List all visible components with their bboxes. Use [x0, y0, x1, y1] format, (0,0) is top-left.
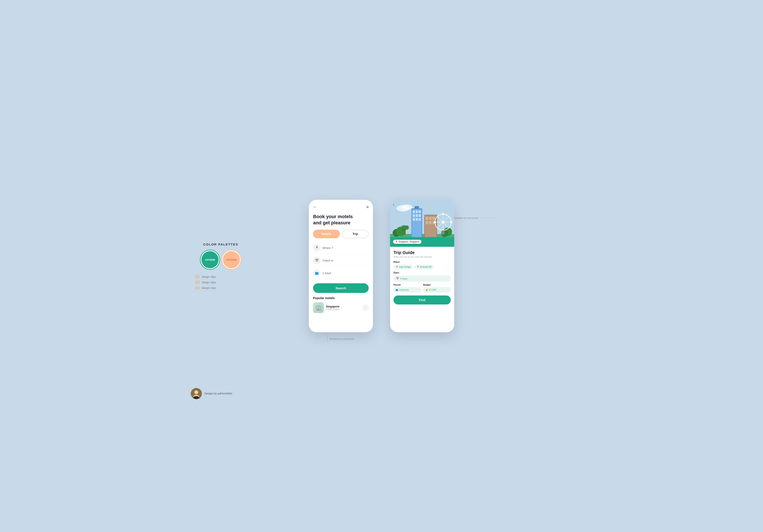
place-tags: 📍 Elgin Bridge 📍 Emerald Hill [393, 265, 451, 269]
location-pin-icon: 📍 [395, 240, 398, 243]
checkin-field[interactable]: 📅 Check in [313, 255, 369, 266]
margin-item-14: Margin 14px [195, 286, 251, 290]
svg-rect-38 [442, 230, 445, 234]
color-swatch-peach: #FFBA92 [223, 251, 240, 268]
search-button[interactable]: Search [313, 283, 369, 293]
svg-point-37 [450, 221, 452, 223]
budget-col: Budget 💰 $ 1,500 [423, 284, 451, 293]
color-palettes-section: COLOR PALETTES #1FAB89 #FFBA92 Margin 36… [191, 242, 251, 290]
popular-arrow-button[interactable]: › [362, 305, 369, 311]
trip-body: Trip Guide Make your trip as you need wi… [390, 247, 454, 332]
budget-field[interactable]: 💰 $ 1,500 [423, 287, 451, 293]
designer-name: Design by adrhmnhkm [204, 392, 232, 395]
illustration-credit-2: Illustration by macrovector [454, 217, 497, 219]
menu-button[interactable]: ≡ [366, 205, 369, 210]
back-button-2[interactable]: ‹ [393, 203, 394, 207]
svg-rect-22 [426, 217, 428, 220]
svg-rect-12 [419, 211, 421, 213]
back-button[interactable]: ← [313, 205, 317, 210]
svg-point-36 [434, 221, 436, 223]
designer-avatar [191, 388, 202, 399]
days-value: 2 days [400, 277, 407, 280]
svg-rect-23 [429, 217, 432, 220]
svg-rect-15 [419, 214, 421, 217]
svg-rect-14 [416, 214, 418, 217]
svg-rect-11 [416, 211, 418, 213]
person-field[interactable]: 👥 4 persons [393, 287, 421, 293]
svg-rect-9 [412, 209, 421, 237]
checkin-placeholder: Check in [322, 259, 333, 262]
location-text: Singapore, Singapore [398, 240, 419, 243]
trip-subtitle: Make your trip as you need with demand [393, 256, 451, 258]
illustration-credit-1: Illustration by macrovector [327, 336, 354, 342]
phone2: ‹ [390, 200, 454, 332]
canvas: COLOR PALETTES #1FAB89 #FFBA92 Margin 36… [191, 133, 572, 399]
phone1-content: ← ≡ Book your motelsand get pleasure Mot… [309, 200, 373, 332]
where-placeholder: Where ? [322, 246, 333, 249]
location-badge: 📍 Singapore, Singapore [393, 240, 421, 244]
svg-rect-24 [432, 217, 435, 220]
person-icon: 👥 [313, 269, 320, 277]
city-illustration: ‹ [390, 200, 454, 247]
place-label: Place [393, 261, 451, 263]
color-circles: #1FAB89 #FFBA92 [191, 251, 251, 268]
margin-swatch [195, 275, 200, 279]
place-pin-icon: 📍 [395, 266, 398, 268]
location-icon: 📍 [313, 244, 320, 251]
svg-rect-18 [419, 218, 421, 221]
svg-point-2 [402, 205, 412, 210]
calendar-icon: 📅 [313, 257, 320, 264]
popular-section: Popular motels 🏢 Singapore 2.500 motels … [313, 296, 369, 327]
margin-swatch [195, 286, 200, 290]
where-field[interactable]: 📍 Where ? [313, 242, 369, 254]
margin-item-36: Margin 36px [195, 275, 251, 279]
margin-item-18: Margin 18px [195, 281, 251, 284]
phone2-content: ‹ [390, 200, 454, 332]
phone1: ← ≡ Book your motelsand get pleasure Mot… [309, 200, 373, 332]
adult-placeholder: 1 Adult [322, 272, 331, 275]
svg-point-44 [194, 390, 198, 394]
calendar-days-icon: 📅 [396, 277, 399, 280]
money-icon: 💰 [425, 289, 428, 291]
svg-rect-26 [429, 221, 432, 224]
designer-credit: Design by adrhmnhkm [191, 388, 232, 399]
popular-title: Popular motels [313, 296, 369, 300]
popular-item: 🏢 Singapore 2.500 motels › [313, 302, 369, 313]
find-button[interactable]: Find [393, 296, 451, 305]
svg-rect-10 [413, 211, 415, 213]
person-value: 4 persons [399, 289, 409, 291]
tab-trip[interactable]: Trip [342, 230, 369, 238]
popular-info: Singapore 2.500 motels [326, 305, 360, 310]
person-budget-row: Person 👥 4 persons Budget 💰 $ [393, 284, 451, 293]
budget-value: $ 1,500 [429, 289, 436, 291]
color-swatch-green: #1FAB89 [201, 251, 219, 268]
popular-name: Singapore [326, 305, 360, 308]
phone1-title: Book your motelsand get pleasure [313, 214, 369, 226]
svg-rect-13 [413, 214, 415, 217]
color-palettes-title: COLOR PALETTES [191, 242, 251, 246]
svg-rect-19 [415, 206, 419, 209]
trip-guide-title: Trip Guide [393, 250, 451, 255]
tab-row: Motels Trip [313, 230, 369, 238]
tab-motels[interactable]: Motels [313, 230, 340, 238]
place-tag-emerald[interactable]: 📍 Emerald Hill [414, 265, 434, 269]
place-pin-icon-2: 📍 [417, 266, 419, 268]
svg-rect-16 [413, 218, 415, 221]
person-group-icon: 👥 [395, 289, 398, 291]
popular-count: 2.500 motels [326, 308, 360, 310]
place-tag-elgin[interactable]: 📍 Elgin Bridge [393, 265, 413, 269]
phone1-header: ← ≡ [313, 205, 369, 210]
adult-field[interactable]: 👥 1 Adult [313, 267, 369, 279]
svg-point-34 [442, 213, 444, 215]
popular-image: 🏢 [313, 302, 324, 313]
budget-label: Budget [423, 284, 451, 286]
margin-swatch [195, 281, 200, 284]
days-field[interactable]: 📅 2 days [393, 275, 451, 282]
svg-rect-17 [416, 218, 418, 221]
svg-rect-25 [426, 221, 428, 224]
days-label: Days [393, 271, 451, 274]
person-label: Person [393, 284, 421, 286]
phones-area: ← ≡ Book your motelsand get pleasure Mot… [309, 200, 454, 332]
margin-list: Margin 36px Margin 18px Margin 14px [191, 275, 251, 290]
person-col: Person 👥 4 persons [393, 284, 421, 293]
